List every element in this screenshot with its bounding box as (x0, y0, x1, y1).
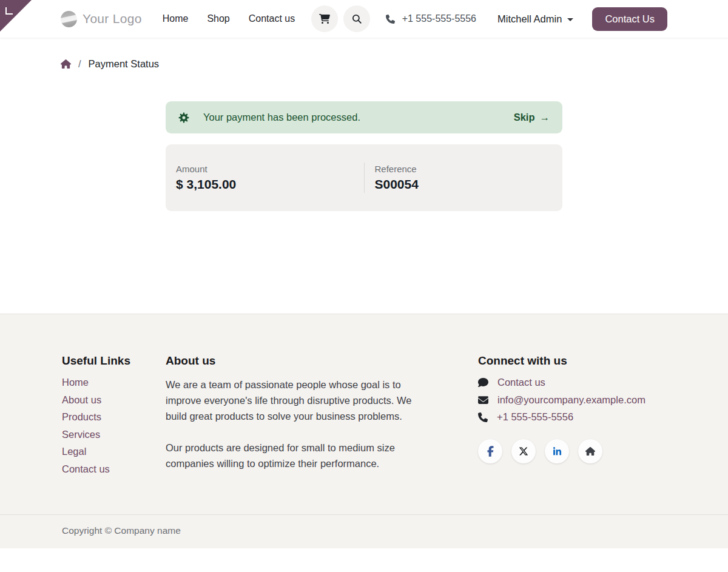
home-icon (585, 446, 595, 456)
useful-links-column: Useful Links Home About us Products Serv… (62, 354, 166, 480)
contact-us-button[interactable]: Contact Us (592, 7, 667, 31)
phone-icon (478, 412, 488, 422)
nav-item-contact-us[interactable]: Contact us (249, 13, 295, 24)
cart-button[interactable] (311, 5, 338, 32)
linkedin-icon (553, 447, 562, 456)
website-home-button[interactable] (578, 439, 602, 463)
nav-item-shop[interactable]: Shop (207, 13, 229, 24)
cart-icon (319, 13, 330, 24)
connect-email: info@yourcompany.example.com (478, 394, 645, 406)
connect-contact-us: Contact us (478, 377, 645, 388)
footer-link-legal[interactable]: Legal (62, 446, 86, 457)
skip-link[interactable]: Skip → (514, 112, 550, 123)
connect-phone: +1 555-555-5556 (478, 411, 645, 423)
user-menu[interactable]: Mitchell Admin (497, 13, 573, 25)
main-nav: Home Shop Contact us (163, 13, 295, 24)
amount-column: Amount $ 3,105.00 (166, 163, 364, 193)
footer-link-contact-us[interactable]: Contact us (62, 463, 110, 474)
footer-link-products[interactable]: Products (62, 411, 101, 422)
reference-value: S00054 (375, 177, 553, 192)
social-links (478, 439, 645, 463)
connect-phone-link[interactable]: +1 555-555-5556 (497, 411, 573, 423)
alert-message: Your payment has been processed. (203, 112, 514, 123)
main-content: / Payment Status Your payment has been p… (0, 38, 728, 314)
reference-label: Reference (375, 164, 553, 174)
footer: Useful Links Home About us Products Serv… (0, 314, 728, 548)
breadcrumb: / Payment Status (61, 58, 667, 70)
about-us-heading: About us (166, 354, 420, 368)
about-us-paragraph-2: Our products are designed for small to m… (166, 440, 420, 471)
arrow-right-icon: → (540, 112, 550, 123)
edit-corner-ribbon[interactable] (0, 0, 32, 32)
connect-contact-link[interactable]: Contact us (497, 377, 545, 388)
amount-label: Amount (176, 164, 354, 174)
chevron-down-icon (567, 18, 573, 21)
breadcrumb-separator: / (78, 58, 81, 70)
connect-heading: Connect with us (478, 354, 645, 368)
gear-icon (178, 112, 189, 123)
corner-bracket-icon (5, 7, 13, 15)
footer-link-home[interactable]: Home (62, 377, 89, 388)
skip-label: Skip (514, 112, 535, 123)
useful-links-heading: Useful Links (62, 354, 166, 368)
x-twitter-icon (519, 446, 528, 456)
amount-value: $ 3,105.00 (176, 177, 354, 192)
logo-text: Your Logo (83, 12, 142, 26)
comment-icon (478, 377, 488, 388)
reference-column: Reference S00054 (364, 163, 563, 193)
search-button[interactable] (343, 5, 370, 32)
linkedin-button[interactable] (545, 439, 569, 463)
logo[interactable]: Your Logo (61, 11, 142, 27)
facebook-button[interactable] (478, 439, 502, 463)
header: Your Logo Home Shop Contact us +1 555-55… (0, 0, 728, 38)
about-us-column: About us We are a team of passionate peo… (166, 354, 420, 480)
breadcrumb-current: Payment Status (89, 58, 159, 70)
x-twitter-button[interactable] (511, 439, 536, 463)
home-icon (61, 59, 71, 69)
breadcrumb-home-link[interactable] (61, 59, 71, 69)
payment-status-alert: Your payment has been processed. Skip → (166, 101, 562, 133)
phone-icon (386, 15, 395, 24)
facebook-icon (487, 446, 494, 457)
connect-column: Connect with us Contact us info@yourcomp… (478, 354, 645, 480)
footer-link-about-us[interactable]: About us (62, 394, 101, 405)
about-us-paragraph-1: We are a team of passionate people whose… (166, 377, 420, 424)
header-phone-number: +1 555-555-5556 (402, 13, 476, 24)
payment-summary-card: Amount $ 3,105.00 Reference S00054 (166, 144, 562, 211)
logo-globe-icon (61, 11, 77, 27)
nav-item-home[interactable]: Home (163, 13, 189, 24)
search-icon (351, 13, 362, 24)
user-name: Mitchell Admin (497, 13, 562, 25)
footer-link-services[interactable]: Services (62, 429, 100, 440)
connect-email-link[interactable]: info@yourcompany.example.com (497, 394, 645, 406)
envelope-icon (478, 395, 488, 405)
copyright: Copyright © Company name (0, 514, 728, 548)
header-phone[interactable]: +1 555-555-5556 (386, 13, 476, 24)
